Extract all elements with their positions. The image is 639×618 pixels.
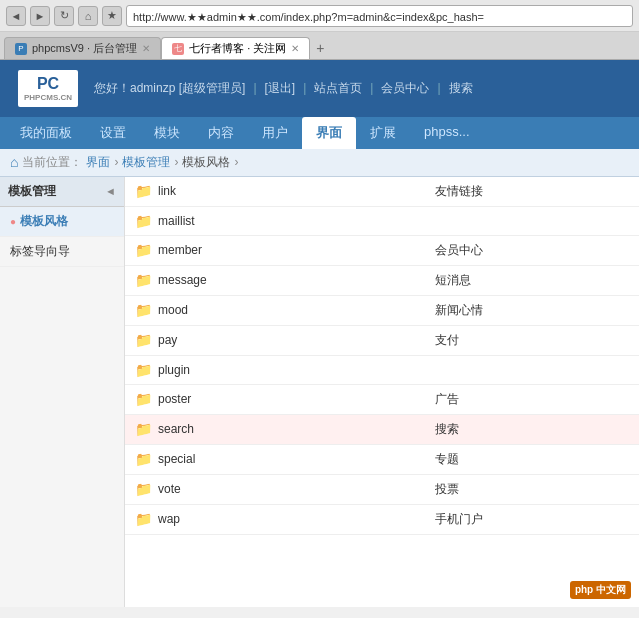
logo-bottom-text: PHPCMS.CN — [24, 93, 72, 103]
folder-icon: 📁 — [135, 242, 152, 258]
file-name-cell: 📁wap — [125, 504, 425, 534]
folder-icon: 📁 — [135, 481, 152, 497]
tab-phpcms[interactable]: P phpcmsV9 · 后台管理 ✕ — [4, 37, 161, 59]
folder-icon: 📁 — [135, 302, 152, 318]
file-name-cell: 📁member — [125, 235, 425, 265]
sidebar-title: 模板管理 ◄ — [0, 177, 124, 207]
folder-icon: 📁 — [135, 332, 152, 348]
browser-toolbar: ◄ ► ↻ ⌂ ★ http://www.★★admin★★.com/index… — [0, 0, 639, 32]
topbar-site[interactable]: 站点首页 — [314, 80, 362, 97]
forward-button[interactable]: ► — [30, 6, 50, 26]
tab-qhz-label: 七行者博客 · 关注网 — [189, 41, 286, 56]
sidebar-title-label: 模板管理 — [8, 183, 56, 200]
breadcrumb-interface[interactable]: 界面 — [86, 154, 110, 171]
breadcrumb-current-label: 当前位置： — [22, 154, 82, 171]
file-name-cell: 📁maillist — [125, 206, 425, 235]
table-row[interactable]: 📁search搜索 — [125, 414, 639, 444]
page-layout: 模板管理 ◄ ● 模板风格 标签导向导 📁link友情链接📁maillist📁m… — [0, 177, 639, 607]
home-button[interactable]: ⌂ — [78, 6, 98, 26]
table-row[interactable]: 📁wap手机门户 — [125, 504, 639, 534]
table-row[interactable]: 📁maillist — [125, 206, 639, 235]
file-name-cell: 📁link — [125, 177, 425, 207]
nav-settings[interactable]: 设置 — [86, 117, 140, 149]
tab-qhz-close[interactable]: ✕ — [291, 43, 299, 54]
tab-qhz[interactable]: 七 七行者博客 · 关注网 ✕ — [161, 37, 310, 59]
sidebar: 模板管理 ◄ ● 模板风格 标签导向导 — [0, 177, 125, 607]
nav-module[interactable]: 模块 — [140, 117, 194, 149]
file-name-label[interactable]: wap — [158, 512, 180, 526]
file-desc-cell: 广告 — [425, 384, 639, 414]
new-tab-button[interactable]: + — [310, 37, 330, 59]
sidebar-dot-icon: ● — [10, 216, 16, 227]
cms-topbar: PC PHPCMS.CN 您好！adminzp [超级管理员] | [退出] |… — [0, 60, 639, 117]
file-name-label[interactable]: pay — [158, 333, 177, 347]
file-desc-cell: 友情链接 — [425, 177, 639, 207]
file-desc-cell: 新闻心情 — [425, 295, 639, 325]
folder-icon: 📁 — [135, 183, 152, 199]
main-content: 📁link友情链接📁maillist📁member会员中心📁message短消息… — [125, 177, 639, 607]
cms-logo: PC PHPCMS.CN — [18, 70, 78, 107]
cms-header: PC PHPCMS.CN 您好！adminzp [超级管理员] | [退出] |… — [0, 60, 639, 149]
file-name-label[interactable]: message — [158, 273, 207, 287]
file-name-label[interactable]: maillist — [158, 214, 195, 228]
back-button[interactable]: ◄ — [6, 6, 26, 26]
file-name-label[interactable]: poster — [158, 392, 191, 406]
file-desc-cell: 搜索 — [425, 414, 639, 444]
table-row[interactable]: 📁mood新闻心情 — [125, 295, 639, 325]
php-watermark: php 中文网 — [570, 581, 631, 599]
file-name-cell: 📁pay — [125, 325, 425, 355]
table-row[interactable]: 📁member会员中心 — [125, 235, 639, 265]
file-name-label[interactable]: member — [158, 243, 202, 257]
table-row[interactable]: 📁message短消息 — [125, 265, 639, 295]
folder-icon: 📁 — [135, 362, 152, 378]
breadcrumb-template-manage[interactable]: 模板管理 — [122, 154, 170, 171]
nav-dashboard[interactable]: 我的面板 — [6, 117, 86, 149]
topbar-member[interactable]: 会员中心 — [381, 80, 429, 97]
table-row[interactable]: 📁link友情链接 — [125, 177, 639, 207]
sidebar-item-template-style[interactable]: ● 模板风格 — [0, 207, 124, 237]
folder-icon: 📁 — [135, 511, 152, 527]
nav-extend[interactable]: 扩展 — [356, 117, 410, 149]
topbar-sep1: | — [253, 81, 256, 95]
topbar-logout[interactable]: [退出] — [265, 80, 296, 97]
table-row[interactable]: 📁special专题 — [125, 444, 639, 474]
breadcrumb-sep2: › — [174, 155, 178, 169]
tab-phpcms-close[interactable]: ✕ — [142, 43, 150, 54]
file-desc-cell: 支付 — [425, 325, 639, 355]
sidebar-item-tag-wizard[interactable]: 标签导向导 — [0, 237, 124, 267]
file-name-cell: 📁special — [125, 444, 425, 474]
star-button[interactable]: ★ — [102, 6, 122, 26]
file-desc-cell — [425, 206, 639, 235]
topbar-search[interactable]: 搜索 — [449, 80, 473, 97]
breadcrumb-home-icon[interactable]: ⌂ — [10, 154, 18, 170]
folder-icon: 📁 — [135, 272, 152, 288]
refresh-button[interactable]: ↻ — [54, 6, 74, 26]
nav-interface[interactable]: 界面 — [302, 117, 356, 149]
sidebar-item-tag-wizard-label: 标签导向导 — [10, 243, 70, 260]
file-desc-cell: 专题 — [425, 444, 639, 474]
folder-icon: 📁 — [135, 213, 152, 229]
file-desc-cell: 投票 — [425, 474, 639, 504]
file-desc-cell: 会员中心 — [425, 235, 639, 265]
table-row[interactable]: 📁poster广告 — [125, 384, 639, 414]
table-row[interactable]: 📁pay支付 — [125, 325, 639, 355]
file-name-label[interactable]: special — [158, 452, 195, 466]
file-name-cell: 📁poster — [125, 384, 425, 414]
breadcrumb-sep3: › — [234, 155, 238, 169]
file-name-label[interactable]: search — [158, 422, 194, 436]
nav-content[interactable]: 内容 — [194, 117, 248, 149]
file-name-label[interactable]: plugin — [158, 363, 190, 377]
sidebar-collapse-button[interactable]: ◄ — [105, 185, 116, 197]
nav-user[interactable]: 用户 — [248, 117, 302, 149]
topbar-sep4: | — [437, 81, 440, 95]
address-bar[interactable]: http://www.★★admin★★.com/index.php?m=adm… — [126, 5, 633, 27]
nav-phpsso[interactable]: phpss... — [410, 117, 484, 149]
table-row[interactable]: 📁plugin — [125, 355, 639, 384]
table-row[interactable]: 📁vote投票 — [125, 474, 639, 504]
file-name-label[interactable]: vote — [158, 482, 181, 496]
file-name-label[interactable]: link — [158, 184, 176, 198]
folder-icon: 📁 — [135, 421, 152, 437]
breadcrumb-template-style: 模板风格 — [182, 154, 230, 171]
file-name-label[interactable]: mood — [158, 303, 188, 317]
sidebar-item-template-style-label: 模板风格 — [20, 213, 68, 230]
